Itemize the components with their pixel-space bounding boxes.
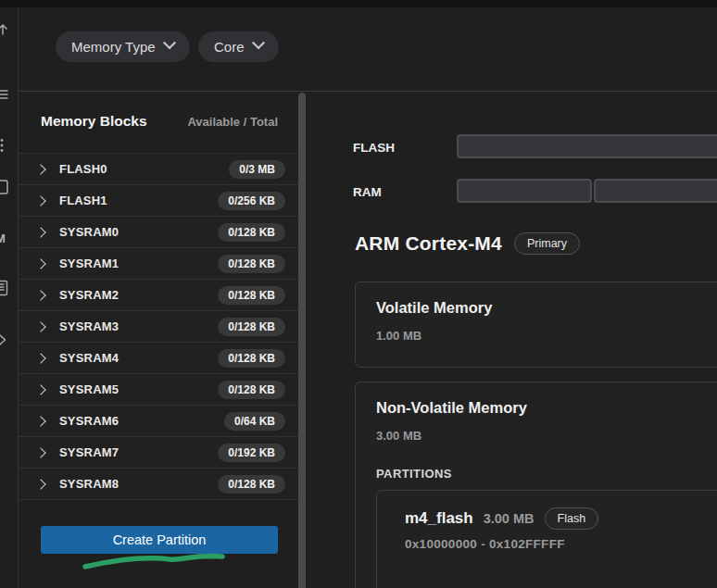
- volatile-memory-title: Volatile Memory: [376, 299, 492, 317]
- chevron-right-icon: [35, 227, 45, 237]
- m-marker-icon[interactable]: M: [0, 230, 10, 246]
- usage-badge: 0/256 KB: [218, 192, 285, 210]
- chevron-right-icon: [35, 290, 45, 300]
- icon-rail: M: [0, 7, 19, 588]
- primary-badge: Primary: [514, 232, 580, 255]
- non-volatile-memory-title: Non-Volatile Memory: [376, 399, 527, 417]
- flash-bar-label: FLASH: [353, 141, 395, 155]
- block-name: SYSRAM1: [59, 256, 119, 270]
- arrow-up-icon[interactable]: [0, 20, 10, 37]
- memory-block-row-sysram8[interactable]: SYSRAM8 0/128 KB: [19, 468, 298, 499]
- usage-badge: 0/128 KB: [218, 381, 285, 399]
- ram-memory-bar-segment-2: [594, 179, 717, 203]
- kebab-dots-icon[interactable]: [0, 137, 10, 154]
- partition-address-range: 0x10000000 - 0x102FFFFF: [405, 537, 565, 551]
- core-memory-view: FLASH RAM ARM Cortex-M4 Primary Volatile…: [315, 91, 717, 588]
- block-name: SYSRAM0: [59, 225, 119, 239]
- non-volatile-memory-card: Non-Volatile Memory 3.00 MB PARTITIONS m…: [355, 382, 717, 588]
- list-scrollbar[interactable]: [298, 93, 306, 588]
- memory-block-row-flash0[interactable]: FLASH0 0/3 MB: [19, 153, 298, 184]
- memory-blocks-panel: Memory Blocks Available / Total FLASH0 0…: [19, 92, 298, 588]
- window-top-strip: [0, 0, 717, 7]
- chevron-right-icon: [35, 321, 45, 332]
- available-total-column-header: Available / Total: [187, 115, 278, 129]
- memory-block-row-sysram7[interactable]: SYSRAM7 0/192 KB: [19, 436, 298, 468]
- partition-card-m4-flash[interactable]: m4_flash 3.00 MB Flash 0x10000000 - 0x10…: [376, 490, 717, 588]
- block-name: SYSRAM2: [59, 288, 119, 302]
- memory-type-dropdown-label: Memory Type: [71, 39, 156, 55]
- memory-type-dropdown[interactable]: Memory Type: [56, 31, 190, 62]
- core-heading: ARM Cortex-M4 Primary: [355, 232, 580, 255]
- block-name: FLASH0: [59, 162, 107, 176]
- notes-icon[interactable]: [0, 280, 10, 296]
- memory-block-row-sysram4[interactable]: SYSRAM4 0/128 KB: [19, 342, 298, 373]
- hand-drawn-underline-annotation: [82, 552, 230, 572]
- partitions-header: PARTITIONS: [376, 467, 452, 481]
- chevron-right-icon: [35, 479, 45, 489]
- chevron-right-icon: [35, 353, 45, 363]
- memory-block-row-sysram5[interactable]: SYSRAM5 0/128 KB: [19, 373, 298, 405]
- panel-title: Memory Blocks: [41, 113, 147, 130]
- partition-name-row: m4_flash 3.00 MB Flash: [405, 507, 598, 530]
- partition-size: 3.00 MB: [484, 511, 535, 526]
- block-name: FLASH1: [59, 194, 107, 207]
- usage-badge: 0/192 KB: [218, 444, 285, 462]
- create-partition-button[interactable]: Create Partition: [41, 526, 278, 554]
- memory-block-row-flash1[interactable]: FLASH1 0/256 KB: [19, 184, 298, 216]
- flash-memory-bar: [457, 134, 717, 158]
- memory-block-row-sysram0[interactable]: SYSRAM0 0/128 KB: [19, 216, 298, 247]
- block-name: SYSRAM5: [59, 382, 119, 396]
- partition-name: m4_flash: [405, 509, 473, 528]
- chevron-right-icon[interactable]: [0, 332, 10, 348]
- usage-badge: 0/128 KB: [218, 286, 285, 305]
- memory-block-row-sysram3[interactable]: SYSRAM3 0/128 KB: [19, 310, 298, 342]
- usage-badge: 0/3 MB: [229, 160, 285, 179]
- memory-block-list: FLASH0 0/3 MB FLASH1 0/256 KB SYSRAM0 0/…: [19, 153, 298, 500]
- core-dropdown-label: Core: [214, 39, 245, 55]
- memory-blocks-header: Memory Blocks Available / Total: [19, 92, 298, 153]
- partition-type-badge: Flash: [545, 507, 599, 530]
- ram-bar-label: RAM: [353, 185, 382, 199]
- usage-badge: 0/128 KB: [218, 318, 285, 336]
- list-icon[interactable]: [0, 86, 10, 103]
- usage-badge: 0/64 KB: [224, 412, 285, 431]
- panel-frame-icon[interactable]: [0, 179, 10, 195]
- chevron-right-icon: [35, 195, 45, 206]
- chevron-right-icon: [35, 384, 45, 394]
- non-volatile-memory-size: 3.00 MB: [376, 429, 421, 443]
- block-name: SYSRAM6: [59, 414, 119, 428]
- memory-block-row-sysram1[interactable]: SYSRAM1 0/128 KB: [19, 247, 298, 279]
- chevron-down-icon: [251, 36, 264, 49]
- usage-badge: 0/128 KB: [218, 255, 285, 273]
- volatile-memory-card: Volatile Memory 1.00 MB: [355, 281, 717, 368]
- chevron-right-icon: [35, 164, 45, 174]
- svg-text:M: M: [0, 231, 6, 245]
- block-name: SYSRAM7: [59, 445, 119, 459]
- chevron-right-icon: [35, 447, 45, 457]
- usage-badge: 0/128 KB: [218, 223, 285, 242]
- block-name: SYSRAM3: [59, 319, 119, 333]
- chevron-down-icon: [163, 36, 176, 49]
- usage-badge: 0/128 KB: [218, 349, 285, 368]
- memory-block-row-sysram6[interactable]: SYSRAM6 0/64 KB: [19, 405, 298, 436]
- volatile-memory-size: 1.00 MB: [376, 329, 421, 343]
- block-name: SYSRAM8: [59, 477, 119, 491]
- memory-block-row-sysram2[interactable]: SYSRAM2 0/128 KB: [19, 279, 298, 310]
- chevron-right-icon: [35, 258, 45, 269]
- chevron-right-icon: [35, 416, 45, 426]
- core-title: ARM Cortex-M4: [355, 232, 502, 255]
- core-dropdown[interactable]: Core: [198, 31, 279, 62]
- block-name: SYSRAM4: [59, 351, 119, 365]
- ram-memory-bar-segment-1: [457, 179, 592, 203]
- usage-badge: 0/128 KB: [218, 475, 285, 494]
